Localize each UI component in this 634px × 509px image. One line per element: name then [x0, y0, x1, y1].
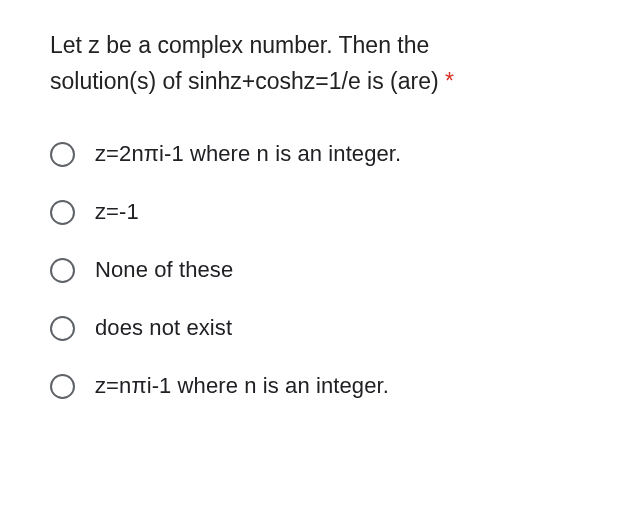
- options-container: z=2nπi-1 where n is an integer. z=-1 Non…: [50, 141, 634, 399]
- option-row-4[interactable]: z=nπi-1 where n is an integer.: [50, 373, 634, 399]
- question-line-1: Let z be a complex number. Then the: [50, 32, 429, 58]
- option-label: z=2nπi-1 where n is an integer.: [95, 141, 401, 167]
- option-label: does not exist: [95, 315, 232, 341]
- question-line-2: solution(s) of sinhz+coshz=1/e is (are): [50, 68, 439, 94]
- option-row-0[interactable]: z=2nπi-1 where n is an integer.: [50, 141, 634, 167]
- radio-icon[interactable]: [50, 200, 75, 225]
- radio-icon[interactable]: [50, 258, 75, 283]
- option-label: None of these: [95, 257, 233, 283]
- radio-icon[interactable]: [50, 142, 75, 167]
- radio-icon[interactable]: [50, 374, 75, 399]
- option-label: z=nπi-1 where n is an integer.: [95, 373, 389, 399]
- option-row-3[interactable]: does not exist: [50, 315, 634, 341]
- required-asterisk: *: [445, 68, 454, 94]
- option-label: z=-1: [95, 199, 139, 225]
- option-row-1[interactable]: z=-1: [50, 199, 634, 225]
- option-row-2[interactable]: None of these: [50, 257, 634, 283]
- radio-icon[interactable]: [50, 316, 75, 341]
- question-text: Let z be a complex number. Then the solu…: [50, 28, 634, 99]
